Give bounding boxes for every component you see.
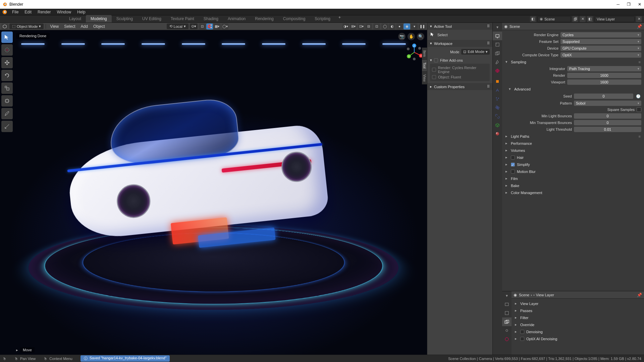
menu-render[interactable]: Render — [35, 9, 53, 15]
gizmo-visibility[interactable]: ◑▾⊞▾ — [342, 23, 357, 29]
vp-menu-view[interactable]: View — [48, 23, 61, 29]
section-performance[interactable]: Performance — [502, 140, 644, 147]
tab-viewlayer-icon[interactable] — [493, 49, 502, 58]
section-film[interactable]: Film — [502, 175, 644, 182]
tab-scene-icon[interactable] — [502, 326, 512, 335]
min-light-bounces-field[interactable]: 0 — [574, 113, 641, 119]
transform-tool[interactable] — [1, 95, 13, 107]
render-samples-field[interactable]: 1600 — [567, 73, 641, 78]
menu-window[interactable]: Window — [54, 9, 74, 15]
overlay-buttons[interactable]: ⊡▾⊟ — [358, 23, 372, 29]
select-box-tool[interactable] — [1, 32, 13, 43]
rotate-tool[interactable] — [1, 70, 13, 81]
workspace-header[interactable]: ▾Workspace⠿ — [427, 40, 492, 47]
pivot-dropdown[interactable]: ⊙▾ — [190, 23, 198, 29]
section-hair[interactable]: Hair — [502, 154, 644, 161]
vp-footer-action[interactable]: Move — [20, 347, 35, 353]
orientation-dropdown[interactable]: ⟲Local▾ — [167, 23, 189, 29]
pin-icon[interactable]: 📌 — [637, 24, 642, 29]
tab-scripting[interactable]: Scripting — [310, 15, 335, 22]
tab-rendering[interactable]: Rendering — [250, 15, 278, 22]
tab-material-icon[interactable] — [493, 129, 502, 138]
tab-world-icon[interactable] — [502, 335, 512, 344]
xray-icon[interactable]: ⊡ — [373, 23, 380, 29]
square-samples-checkbox[interactable] — [637, 107, 641, 112]
npanel-tab-tool[interactable]: Tool — [422, 60, 427, 71]
shading-mode-buttons[interactable]: ◯◐●◉▾ — [381, 23, 418, 29]
tab-shading[interactable]: Shading — [199, 15, 223, 22]
menu-file[interactable]: File — [9, 9, 21, 15]
integrator-dropdown[interactable]: Path Tracing — [567, 66, 641, 71]
section-filter[interactable]: Filter — [512, 314, 644, 321]
vp-menu-add[interactable]: Add — [79, 23, 90, 29]
tab-layout[interactable]: Layout — [64, 15, 86, 22]
device-dropdown[interactable]: GPU Compute — [560, 46, 641, 51]
section-simplify[interactable]: ✓Simplify — [502, 161, 644, 168]
tab-particles-icon[interactable] — [493, 95, 502, 103]
orientation-gizmo[interactable]: X Y Z — [405, 43, 424, 62]
tab-uv-editing[interactable]: UV Editing — [138, 15, 166, 22]
editor-type-dropdown-icon[interactable]: ▾ — [502, 291, 512, 300]
light-threshold-field[interactable]: 0.01 — [574, 127, 641, 132]
close-button[interactable]: ✕ — [638, 2, 641, 7]
tab-modifiers-icon[interactable] — [493, 86, 502, 95]
seed-clock-icon[interactable]: 🕐 — [635, 93, 641, 99]
menu-help[interactable]: Help — [74, 9, 88, 15]
feature-set-dropdown[interactable]: Supported — [560, 39, 641, 44]
section-motion-blur[interactable]: Motion Blur — [502, 168, 644, 175]
tab-scene-icon[interactable] — [493, 58, 502, 66]
tab-render-icon[interactable] — [502, 300, 512, 309]
tab-modeling[interactable]: Modeling — [86, 15, 112, 22]
section-override[interactable]: Override — [512, 321, 644, 328]
editor-type-dropdown-icon[interactable]: ▾ — [493, 23, 502, 32]
vp-menu-select[interactable]: Select — [62, 23, 77, 29]
scene-name-field[interactable]: ◉Scene — [537, 16, 571, 22]
compute-device-dropdown[interactable]: OptiX — [560, 52, 641, 58]
measure-tool[interactable] — [1, 121, 13, 132]
editor-type-icon[interactable] — [1, 23, 8, 29]
tab-data-icon[interactable] — [493, 121, 502, 129]
camera-view-icon[interactable]: 📷 — [398, 33, 406, 40]
tab-output-icon[interactable] — [502, 309, 512, 317]
pause-render-icon[interactable]: ❚❚ — [419, 23, 426, 29]
tab-viewlayer-icon[interactable] — [502, 317, 512, 326]
tab-animation[interactable]: Animation — [223, 15, 250, 22]
minimize-button[interactable]: ─ — [616, 2, 620, 7]
section-view-layer[interactable]: View Layer — [512, 300, 644, 307]
scene-new-button[interactable]: 🗐 — [572, 16, 578, 22]
tab-texture-paint[interactable]: Texture Paint — [166, 15, 199, 22]
tab-compositing[interactable]: Compositing — [278, 15, 310, 22]
3d-viewport[interactable]: Rendering Done 📷 ✋ 🔍 X Y Z Item Tool Vie… — [0, 30, 427, 355]
min-transparent-bounces-field[interactable]: 0 — [574, 120, 641, 125]
vp-menu-object[interactable]: Object — [91, 23, 107, 29]
tab-physics-icon[interactable] — [493, 103, 502, 112]
section-light-paths[interactable]: Light Paths≡ — [502, 133, 644, 140]
filter-addons-toggle[interactable]: Filter Add-ons — [440, 58, 463, 62]
scale-tool[interactable] — [1, 82, 13, 94]
section-denoising[interactable]: Denoising — [512, 328, 644, 335]
active-tool-header[interactable]: ▾Active Tool⠿ — [427, 23, 492, 30]
viewlayer-delete-button[interactable]: ✕ — [636, 16, 642, 22]
pin-icon[interactable]: 📌 — [637, 293, 642, 297]
npanel-tab-item[interactable]: Item — [422, 48, 427, 60]
custom-properties-header[interactable]: ▸Custom Properties⠿ — [427, 83, 492, 90]
viewlayer-name-field[interactable]: View Layer — [594, 16, 635, 22]
section-passes[interactable]: Passes — [512, 307, 644, 314]
section-advanced[interactable]: Advanced — [509, 85, 644, 93]
tab-render-icon[interactable] — [493, 32, 502, 40]
snap-buttons[interactable]: ⊡🧲▦▾ — [199, 23, 220, 29]
section-optix-denoising[interactable]: OptiX AI Denoising — [512, 335, 644, 342]
tab-output-icon[interactable] — [493, 40, 502, 49]
annotate-tool[interactable] — [1, 108, 13, 119]
move-tool[interactable] — [1, 57, 13, 68]
addon-cycles[interactable]: Render: Cycles Render Engine — [432, 66, 488, 74]
tab-sculpting[interactable]: Sculpting — [112, 15, 138, 22]
proportional-edit-icon[interactable]: ◯▾ — [222, 23, 228, 29]
npanel-tab-view[interactable]: View — [422, 72, 427, 85]
tab-object-icon[interactable] — [493, 77, 502, 86]
add-workspace-button[interactable]: + — [335, 15, 344, 22]
workspace-mode-dropdown[interactable]: ⊡Edit Mode▾ — [461, 49, 490, 55]
tab-constraints-icon[interactable] — [493, 112, 502, 121]
section-sampling[interactable]: Sampling≡ — [502, 58, 644, 65]
tab-world-icon[interactable] — [493, 66, 502, 75]
